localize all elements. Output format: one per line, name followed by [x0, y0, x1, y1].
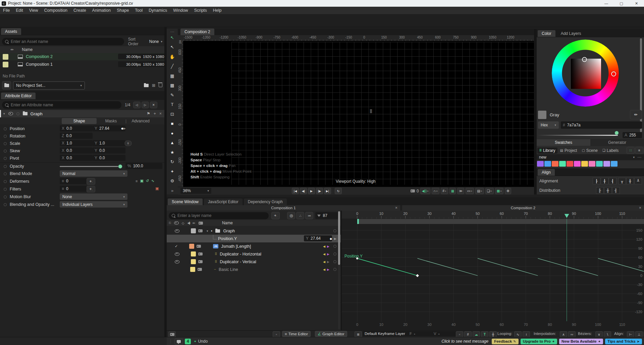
asset-row[interactable]: Composition 130.00fps1920 x 1080	[0, 61, 164, 68]
loop-button[interactable]: ↻	[335, 188, 342, 194]
alpha-slider-track[interactable]	[538, 135, 618, 136]
tab-labels[interactable]: ❏Labels	[600, 148, 621, 154]
close-icon[interactable]: ×	[159, 111, 162, 116]
scalpel-tool[interactable]: ╱	[167, 62, 178, 70]
reveal-folder-icon[interactable]: ⊞	[152, 83, 155, 88]
bezier-break-icon[interactable]: ∖	[604, 331, 611, 337]
layer-row[interactable]: ┄Basic Line◀▶	[167, 266, 341, 273]
layer-color-swatch[interactable]	[190, 267, 195, 272]
menu-file[interactable]: File	[0, 8, 13, 13]
fast-forward-icon[interactable]: ≫	[457, 188, 464, 194]
asset-color-swatch[interactable]	[3, 62, 8, 67]
menu-edit[interactable]: Edit	[13, 8, 26, 13]
tag-icon[interactable]	[197, 245, 201, 248]
align-top-icon[interactable]: ┰	[618, 178, 626, 184]
tab-composition-2[interactable]: Composition 2	[180, 28, 214, 35]
hex-input[interactable]: #7a7a7a	[561, 121, 642, 129]
keyframe-layer-icon[interactable]: ≣	[355, 331, 362, 337]
layer-row[interactable]: Position.YY27.64◆▶	[167, 235, 341, 242]
eye-icon[interactable]	[175, 229, 179, 233]
color-swatch[interactable]	[537, 161, 544, 167]
blend-mode-select[interactable]: Normal▾	[60, 170, 127, 177]
next-match-button[interactable]: ▷	[142, 102, 149, 108]
eye-icon[interactable]	[175, 252, 179, 256]
tab-masks[interactable]: Masks	[97, 119, 125, 123]
skip-end-button[interactable]: ▶|	[324, 188, 331, 194]
chevron-down-icon[interactable]: ▾	[207, 229, 208, 233]
filter-stack-icon[interactable]: ◎	[287, 212, 295, 219]
time-editor-button[interactable]: ≡ Time Editor	[282, 331, 311, 337]
add-filter-button[interactable]: +,	[87, 186, 95, 192]
visibility-eye-icon[interactable]	[8, 112, 13, 115]
layer-color-swatch[interactable]	[191, 259, 196, 264]
tab-attribute-editor[interactable]: Attribute Editor	[1, 93, 36, 99]
checker-icon[interactable]: ▩▸	[495, 188, 503, 194]
close-icon[interactable]: ×	[395, 206, 397, 210]
list-icon[interactable]: ≡	[136, 179, 138, 183]
layer-row[interactable]: ✓JSJsmath [Length]◀▶	[167, 242, 341, 250]
badge-tips-and-tricks[interactable]: Tips and Tricks➤	[605, 339, 642, 344]
layer-search-input[interactable]: Enter a layer name	[169, 212, 269, 219]
solo-dot-icon[interactable]: ●	[211, 229, 213, 232]
viewport-canvas[interactable]: Hold S Direct Layer SelectionSpace Play/…	[183, 41, 534, 187]
dashed-box-icon[interactable]: ▫	[456, 331, 463, 337]
keyframe-toggle[interactable]	[4, 142, 7, 145]
pivot-handle-icon[interactable]: ⣿	[370, 109, 372, 113]
keyframe-circle[interactable]	[333, 260, 336, 263]
next-frame-button[interactable]: |▶	[316, 188, 323, 194]
interp-bezier-icon[interactable]: ∾	[568, 331, 576, 337]
color-swatch[interactable]	[611, 161, 618, 167]
wave-icon[interactable]: ∿	[151, 179, 154, 183]
eyedropper-button[interactable]: ✎	[630, 110, 642, 119]
tab-swatches[interactable]: Swatches	[537, 139, 590, 146]
alpha-slider-knob[interactable]	[614, 131, 619, 135]
keyframe-toggle[interactable]	[4, 150, 7, 153]
tag-icon[interactable]	[198, 229, 203, 232]
prev-keyframe-icon[interactable]: ◀	[323, 260, 325, 264]
settings-icon[interactable]: ⚙	[505, 188, 511, 194]
menu-window[interactable]: Window	[170, 8, 191, 13]
prev-keyframe-icon[interactable]: ◀	[323, 268, 325, 271]
stage-tool[interactable]: ▦	[167, 72, 178, 80]
eye-icon[interactable]	[175, 260, 179, 264]
align-bottom-icon[interactable]: ┸	[634, 178, 642, 184]
skip-start-button[interactable]: |◀	[292, 188, 299, 194]
prev-match-button[interactable]: ◁	[133, 102, 141, 108]
keyframe-circle[interactable]	[333, 245, 336, 248]
close-icon[interactable]: ×	[639, 206, 641, 210]
text-snap-icon[interactable]: T	[481, 331, 488, 337]
filters-count-field[interactable]: ≡0	[60, 186, 87, 192]
color-swatch[interactable]	[589, 161, 595, 167]
cycle-icon[interactable]: ↺	[146, 179, 149, 183]
align-center-v-icon[interactable]: ╂	[626, 178, 634, 184]
tag-icon[interactable]	[198, 260, 203, 263]
pan-tool[interactable]: ✋	[167, 53, 178, 61]
tab-scene[interactable]: ▢Scene	[580, 148, 599, 154]
scale-y-input[interactable]: Y1.0	[93, 140, 125, 146]
mini-frame-icon[interactable]: ▫	[273, 331, 280, 337]
audio-icon[interactable]: ◀))	[187, 221, 190, 225]
distribute-h-icon[interactable]: ╟	[596, 187, 604, 194]
zoom-select[interactable]: 36%▾	[180, 188, 211, 194]
graph-panel-header[interactable]: Composition 2 ×	[402, 205, 644, 211]
messages-button[interactable]	[174, 338, 183, 345]
asset-color-swatch[interactable]	[3, 54, 8, 60]
eye-icon[interactable]	[174, 221, 179, 225]
more-options-icon[interactable]: ⋯	[637, 155, 641, 160]
interp-linear-icon[interactable]: ∧	[560, 331, 567, 337]
tab-generator[interactable]: Generator	[590, 140, 644, 145]
asset-search-input[interactable]: Enter an Asset name	[2, 38, 124, 45]
color-format-select[interactable]: Hex▾	[538, 121, 559, 129]
prev-keyframe-icon[interactable]: ◀	[323, 245, 325, 248]
menu-composition[interactable]: Composition	[41, 8, 70, 13]
skew-x-input[interactable]: X0.0	[60, 148, 93, 154]
keyframe-toggle[interactable]	[4, 127, 7, 130]
position-y-input[interactable]: Y27.64◆	[93, 125, 125, 131]
loop-ease-icon[interactable]: ≀	[523, 331, 530, 337]
text-tool[interactable]: T	[167, 101, 178, 109]
render-cube-icon[interactable]: ◇	[182, 221, 184, 225]
swatch-set-row[interactable]: new ▾ ⋯	[537, 154, 644, 160]
rectangle-tool[interactable]: ■	[167, 120, 178, 128]
check-icon[interactable]: ✓	[175, 244, 178, 248]
tab-color[interactable]: Color	[538, 30, 555, 37]
